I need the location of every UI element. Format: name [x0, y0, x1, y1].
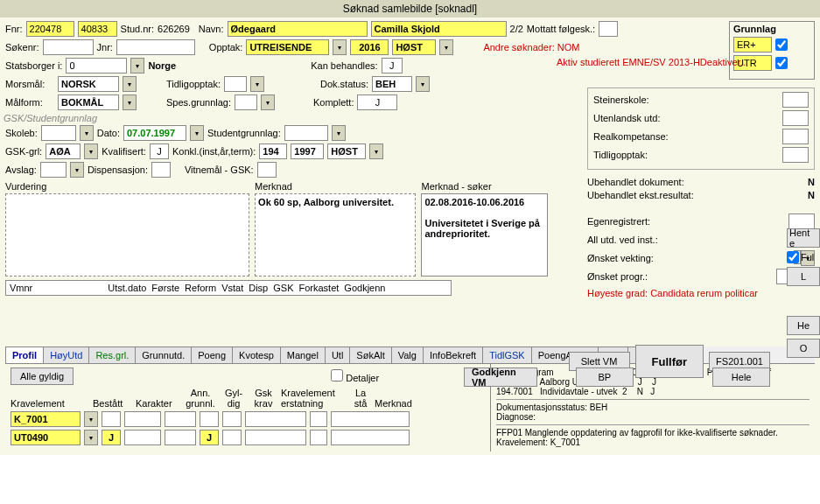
avslag-dropdown[interactable]: ▾ [70, 162, 84, 178]
dokstatus-dropdown[interactable]: ▾ [416, 76, 430, 92]
utl-field[interactable] [782, 110, 809, 126]
l-button[interactable]: L [787, 267, 820, 286]
tab-hoyutd[interactable]: HøyUtd [43, 346, 89, 363]
skoleb-field[interactable] [41, 125, 76, 141]
row1-bestatt[interactable] [102, 411, 121, 427]
komplett-field[interactable]: J [357, 94, 397, 110]
malform-dropdown[interactable]: ▾ [123, 94, 137, 110]
row1-gsk[interactable] [222, 411, 242, 427]
disp-field[interactable] [151, 162, 171, 178]
tidligopptak-dropdown[interactable]: ▾ [250, 76, 264, 92]
godkjenn-vm-button[interactable]: Godkjenn VM [464, 368, 537, 387]
malform-field[interactable]: BOKMÅL [58, 94, 119, 110]
kval-field[interactable]: J [150, 144, 169, 159]
row1-dd[interactable]: ▾ [84, 411, 98, 427]
ubehdok-label: Ubehandlet dokument: [587, 177, 804, 187]
row2-karakter[interactable] [124, 430, 161, 445]
skoleb-dropdown[interactable]: ▾ [80, 125, 94, 141]
tab-kvotesp[interactable]: Kvotesp [232, 346, 281, 363]
tab-mangel[interactable]: Mangel [280, 346, 326, 363]
hent-button[interactable]: Hent e [787, 228, 820, 248]
termin-dropdown[interactable]: ▾ [439, 39, 453, 55]
fnr1-field[interactable]: 220478 [26, 21, 74, 37]
merknad-textarea[interactable]: Ok 60 sp, Aalborg universitet. [255, 193, 416, 276]
opptak-field[interactable]: UTREISENDE [246, 39, 329, 55]
tab-poeng[interactable]: Poeng [191, 346, 233, 363]
jnr-field[interactable] [116, 39, 195, 55]
row2-merknad[interactable] [331, 430, 410, 445]
tab-profil[interactable]: Profil [5, 346, 44, 363]
statsborger-field[interactable]: 0 [66, 58, 127, 74]
gskgrl-dropdown[interactable]: ▾ [84, 144, 98, 159]
ful-check[interactable] [787, 251, 799, 263]
kanbeh-label: Kan behandles: [311, 60, 377, 71]
row1-karakter[interactable] [124, 411, 161, 427]
realkomp-field[interactable] [782, 129, 809, 144]
row1-kode[interactable]: K_7001 [11, 411, 81, 427]
row1-merknad[interactable] [331, 411, 410, 427]
etternavn-field[interactable]: Ødegaard [228, 21, 368, 37]
tidligopp-field[interactable] [782, 147, 809, 163]
mottatt-field[interactable] [599, 21, 618, 37]
morsmal-dropdown[interactable]: ▾ [123, 76, 137, 92]
tab-grunnutd[interactable]: Grunnutd. [135, 346, 192, 363]
studentgrunnlag-dropdown[interactable]: ▾ [332, 125, 346, 141]
fnr2-field[interactable]: 40833 [78, 21, 117, 37]
bp-button[interactable]: BP [576, 368, 634, 387]
termin-field[interactable]: HØST [392, 39, 436, 55]
avslag-field[interactable] [40, 162, 67, 178]
konkl-inst[interactable]: 194 [259, 144, 287, 159]
spesgrunnlag-field[interactable] [235, 94, 257, 110]
window-title: Søknad samlebilde [soknadl] [0, 0, 820, 18]
row1-la[interactable] [310, 411, 327, 427]
opptak-dropdown[interactable]: ▾ [333, 39, 347, 55]
merknad-soker-textarea[interactable]: 02.08.2016-10.06.2016Universitetet i Sve… [421, 193, 548, 276]
vurdering-label: Vurdering [5, 181, 249, 192]
steiner-field[interactable] [782, 92, 809, 108]
tab-valg[interactable]: Valg [391, 346, 424, 363]
tidligopptak-field[interactable] [224, 76, 247, 92]
tab-resgrl[interactable]: Res.grl. [88, 346, 136, 363]
grunnlag-er-check[interactable] [775, 38, 788, 51]
aktiv-studierett[interactable]: Aktiv studierett EMNE/SV 2013-HDeaktiver… [557, 57, 748, 67]
statsborger-dropdown[interactable]: ▾ [130, 58, 144, 74]
sokenr-field[interactable] [43, 39, 94, 55]
row1-erst[interactable] [245, 411, 306, 427]
alle-gyldig-button[interactable]: Alle gyldig [11, 368, 74, 385]
dato-dropdown[interactable]: ▾ [190, 125, 204, 141]
vitnemal-field[interactable] [257, 162, 277, 178]
row2-kode[interactable]: UT0490 [11, 430, 81, 445]
tab-utl[interactable]: Utl [325, 346, 350, 363]
studentgrunnlag-field[interactable] [284, 125, 328, 141]
row2-erst[interactable] [245, 430, 306, 445]
konkl-term[interactable]: HØST [327, 144, 366, 159]
kanbeh-field[interactable]: J [382, 58, 403, 74]
spesgrunnlag-dropdown[interactable]: ▾ [261, 94, 275, 110]
konkl-term-dropdown[interactable]: ▾ [369, 144, 383, 159]
row1-gyl[interactable] [200, 411, 219, 427]
dato-field[interactable]: 07.07.1997 [123, 125, 186, 141]
gskgrl-field[interactable]: AØA [46, 144, 81, 159]
hdr-bestatt: Bestått [93, 398, 132, 409]
grunnlag-utr-check[interactable] [775, 57, 788, 69]
row2-ann[interactable] [165, 430, 196, 445]
konkl-aar[interactable]: 1997 [291, 144, 324, 159]
row2-gsk[interactable] [222, 430, 242, 445]
row2-la[interactable] [310, 430, 327, 445]
row1-ann[interactable] [165, 411, 196, 427]
dokstatus-field[interactable]: BEH [372, 76, 412, 92]
fornavn-field[interactable]: Camilla Skjold [371, 21, 507, 37]
detaljer-check[interactable] [331, 369, 343, 382]
aar-field[interactable]: 2016 [350, 39, 389, 55]
morsmal-field[interactable]: NORSK [58, 76, 119, 92]
vurdering-textarea[interactable] [5, 193, 249, 276]
o-button[interactable]: O [787, 339, 820, 358]
grunnlag-panel: Grunnlag ER+ UTR [729, 21, 815, 80]
row2-bestatt[interactable]: J [102, 430, 121, 445]
grunnlag-er[interactable]: ER+ [733, 37, 772, 52]
row2-gyl[interactable]: J [200, 430, 219, 445]
row2-dd[interactable]: ▾ [84, 430, 98, 445]
hele-button[interactable]: Hele [712, 368, 770, 387]
he-button[interactable]: He [787, 316, 820, 335]
tab-sokalt[interactable]: SøkAlt [349, 346, 391, 363]
